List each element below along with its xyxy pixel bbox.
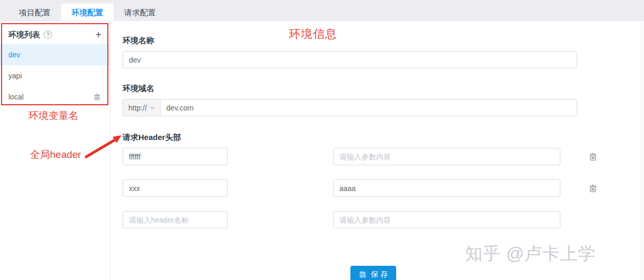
save-button[interactable]: 保 存: [350, 266, 396, 280]
help-question-icon[interactable]: ?: [44, 31, 52, 39]
environment-list-header: 环境列表 ? +: [0, 25, 110, 44]
add-environment-icon[interactable]: +: [95, 29, 102, 40]
tab-environment-config[interactable]: 环境配置: [61, 4, 114, 21]
header-name-input[interactable]: [123, 211, 228, 228]
config-tabbar: 项目配置 环境配置 请求配置: [0, 0, 644, 21]
environment-list-title: 环境列表 ?: [8, 30, 52, 40]
header-value-input[interactable]: [333, 179, 560, 197]
sidebar-item-label: yapi: [8, 72, 22, 80]
header-row: [123, 179, 644, 197]
header-row: [123, 211, 644, 228]
tab-project-config[interactable]: 项目配置: [8, 4, 61, 21]
sidebar-item-dev[interactable]: dev: [0, 44, 110, 65]
trash-icon: [93, 93, 102, 102]
sidebar-item-local[interactable]: local: [0, 86, 110, 107]
sidebar-item-label: dev: [8, 51, 21, 59]
env-name-input[interactable]: [123, 51, 577, 68]
save-button-label: 保 存: [371, 270, 388, 279]
chevron-down-icon: [150, 106, 155, 109]
header-name-input[interactable]: [123, 179, 228, 197]
trash-icon: [588, 152, 598, 162]
protocol-value: http://: [128, 104, 147, 112]
request-header-section-label: 请求Header头部: [123, 133, 644, 143]
env-domain-group: http://: [123, 99, 577, 116]
env-name-label: 环境名称: [123, 36, 644, 46]
env-domain-label: 环境域名: [123, 84, 644, 94]
environment-form: 环境名称 环境域名 http:// 请求Header头部: [110, 21, 644, 280]
sidebar-item-label: local: [8, 93, 24, 101]
delete-environment-icon[interactable]: [93, 93, 102, 102]
tab-request-config[interactable]: 请求配置: [114, 4, 166, 21]
environment-config-page: 项目配置 环境配置 请求配置 环境列表 ? + dev yapi local: [0, 0, 644, 280]
env-domain-input[interactable]: [160, 99, 577, 116]
header-row: [123, 148, 644, 165]
environment-list-sidebar: 环境列表 ? + dev yapi local: [0, 21, 110, 280]
header-value-input[interactable]: [333, 211, 560, 228]
protocol-select[interactable]: http://: [123, 99, 160, 116]
trash-icon: [588, 183, 598, 194]
scrollbar[interactable]: [641, 21, 644, 280]
header-name-input[interactable]: [123, 148, 228, 165]
delete-header-row-icon[interactable]: [588, 183, 598, 194]
delete-header-row-icon[interactable]: [588, 152, 598, 162]
sidebar-item-yapi[interactable]: yapi: [0, 65, 110, 86]
header-value-input[interactable]: [333, 148, 560, 165]
save-icon: [359, 271, 367, 278]
environment-list-title-text: 环境列表: [8, 30, 40, 40]
